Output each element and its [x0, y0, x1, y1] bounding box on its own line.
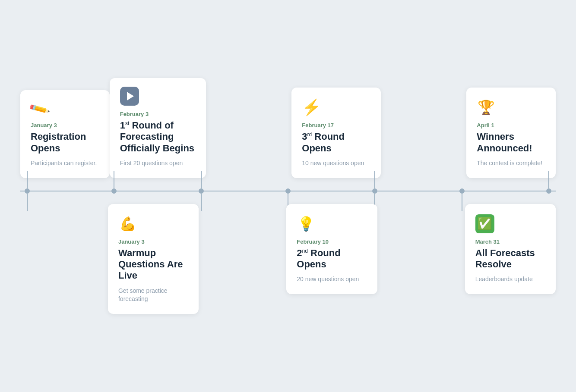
- dot-7: [546, 188, 551, 194]
- card-title-resolve: All Forecasts Resolve: [475, 248, 545, 270]
- bottom-row: 💪 January 3 Warmup Questions Are Live Ge…: [20, 204, 556, 314]
- trophy-icon: 🏆: [477, 98, 496, 117]
- connector-top-2: [114, 171, 114, 188]
- card-warmup: 💪 January 3 Warmup Questions Are Live Ge…: [108, 204, 199, 314]
- dot-3: [199, 188, 204, 194]
- card-desc-round2: 20 new questions open: [297, 275, 367, 284]
- card-desc-warmup: Get some practice forecasting: [118, 287, 188, 304]
- connector-top-3: [201, 171, 202, 188]
- muscle-icon: 💪: [118, 214, 137, 233]
- dot-4: [285, 188, 291, 194]
- connector-top-7: [548, 171, 549, 188]
- card-date-warmup: January 3: [118, 238, 188, 245]
- timeline-wrapper: ✏️ January 3 Registration Opens Particip…: [12, 61, 564, 331]
- dot-1: [25, 188, 30, 194]
- connector-top-1: [27, 171, 28, 188]
- dot-6: [459, 188, 465, 194]
- bulb-icon: 💡: [297, 214, 316, 233]
- card-round1: February 3 1st Round of Forecasting Offi…: [110, 78, 206, 178]
- card-title-warmup: Warmup Questions Are Live: [118, 248, 188, 282]
- card-title-round1: 1st Round of Forecasting Officially Begi…: [120, 120, 196, 154]
- card-title-registration: Registration Opens: [31, 131, 99, 154]
- card-desc-winners: The contest is complete!: [477, 159, 545, 168]
- card-desc-resolve: Leaderboards update: [475, 275, 545, 284]
- card-round2: 💡 February 10 2nd Round Opens 20 new que…: [286, 204, 377, 294]
- connector-top-5: [374, 171, 375, 188]
- timeline-axis: [20, 178, 556, 204]
- card-desc-round1: First 20 questions open: [120, 159, 196, 168]
- checkmark-icon: ✅: [475, 214, 494, 233]
- card-resolve: ✅ March 31 All Forecasts Resolve Leaderb…: [465, 204, 556, 294]
- pencil-icon: ✏️: [28, 97, 51, 120]
- dot-2: [111, 188, 117, 194]
- timeline-content: ✏️ January 3 Registration Opens Particip…: [20, 78, 556, 314]
- card-round3: ⚡ February 17 3rd Round Opens 10 new que…: [291, 88, 381, 178]
- card-registration: ✏️ January 3 Registration Opens Particip…: [20, 90, 110, 178]
- card-date-winners: April 1: [477, 122, 545, 129]
- card-title-winners: Winners Announced!: [477, 131, 545, 154]
- card-title-round3: 3rd Round Opens: [302, 131, 370, 154]
- dot-5: [372, 188, 377, 194]
- top-row: ✏️ January 3 Registration Opens Particip…: [20, 78, 556, 178]
- play-icon: [120, 87, 139, 106]
- card-desc-round3: 10 new questions open: [302, 159, 370, 168]
- card-title-round2: 2nd Round Opens: [297, 248, 367, 270]
- card-date-round3: February 17: [302, 122, 370, 129]
- card-date-resolve: March 31: [475, 238, 545, 245]
- card-date-registration: January 3: [31, 122, 99, 129]
- card-winners: 🏆 April 1 Winners Announced! The contest…: [466, 88, 556, 178]
- dots-container: [20, 188, 556, 194]
- card-desc-registration: Participants can register.: [31, 159, 99, 168]
- card-date-round1: February 3: [120, 111, 196, 117]
- lightning-icon: ⚡: [302, 98, 321, 117]
- card-date-round2: February 10: [297, 238, 367, 245]
